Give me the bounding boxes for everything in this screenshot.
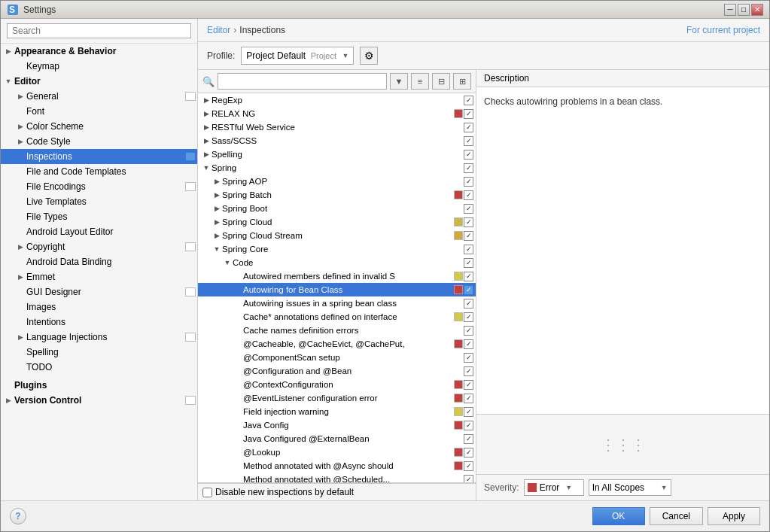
sidebar-item-emmet[interactable]: ▶ Emmet: [1, 269, 197, 284]
ins-cacheable[interactable]: @Cacheable, @CacheEvict, @CachePut,: [198, 337, 476, 351]
ins-spring-aop[interactable]: ▶ Spring AOP: [198, 175, 476, 188]
ins-checkbox[interactable]: [464, 461, 473, 471]
ins-checkbox[interactable]: [464, 475, 473, 484]
ins-checkbox[interactable]: [464, 163, 473, 173]
sidebar-item-file-encodings[interactable]: File Encodings: [1, 179, 197, 194]
ins-checkbox[interactable]: [464, 448, 473, 458]
ins-checkbox[interactable]: [464, 231, 473, 241]
ins-spring-cloud[interactable]: ▶ Spring Cloud: [198, 215, 476, 229]
sidebar-item-keymap[interactable]: Keymap: [1, 59, 197, 74]
ins-restful[interactable]: ▶ RESTful Web Service: [198, 120, 476, 134]
sidebar-item-editor[interactable]: ▼ Editor: [1, 74, 197, 89]
ins-java-configured[interactable]: Java Configured @ExternalBean: [198, 432, 476, 445]
ins-spring-boot[interactable]: ▶ Spring Boot: [198, 202, 476, 215]
sidebar-search-input[interactable]: [7, 23, 191, 38]
filter-button[interactable]: ▼: [390, 73, 408, 90]
sidebar-item-file-templates[interactable]: File and Code Templates: [1, 164, 197, 179]
close-button[interactable]: ✕: [751, 4, 763, 16]
apply-button[interactable]: Apply: [708, 507, 760, 525]
ins-checkbox[interactable]: [464, 272, 473, 281]
profile-dropdown[interactable]: Project Default Project ▼: [241, 47, 354, 65]
ins-checkbox[interactable]: [464, 380, 473, 390]
sidebar-item-android-databinding[interactable]: Android Data Binding: [1, 254, 197, 269]
ins-checkbox[interactable]: [464, 177, 473, 187]
expand-all-button[interactable]: ≡: [411, 73, 429, 90]
ins-checkbox[interactable]: [464, 421, 473, 430]
ins-lookup[interactable]: @Lookup: [198, 445, 476, 459]
ins-spring-core[interactable]: ▼ Spring Core: [198, 242, 476, 256]
breadcrumb-editor[interactable]: Editor: [207, 25, 230, 35]
sidebar-item-spelling[interactable]: Spelling: [1, 345, 197, 360]
ins-field-injection[interactable]: Field injection warning: [198, 405, 476, 418]
sidebar-item-intentions[interactable]: Intentions: [1, 315, 197, 330]
ins-eventlistener[interactable]: @EventListener configuration error: [198, 391, 476, 405]
ins-relaxng[interactable]: ▶ RELAX NG: [198, 107, 476, 120]
sidebar-item-images[interactable]: Images: [1, 299, 197, 315]
ins-checkbox[interactable]: [464, 245, 473, 254]
ins-checkbox[interactable]: [464, 204, 473, 214]
sidebar-item-code-style[interactable]: ▶ Code Style: [1, 134, 197, 149]
group-button[interactable]: ⊞: [453, 73, 471, 90]
scope-dropdown[interactable]: In All Scopes ▼: [589, 479, 671, 496]
ins-method-async[interactable]: Method annotated with @Async should: [198, 459, 476, 473]
sidebar-item-live-templates[interactable]: Live Templates: [1, 194, 197, 209]
ins-checkbox[interactable]: [464, 123, 473, 132]
sidebar-item-version-control[interactable]: ▶ Version Control: [1, 393, 197, 408]
disable-new-inspections-checkbox[interactable]: [202, 488, 212, 497]
ins-checkbox[interactable]: [464, 150, 473, 160]
ins-componentscan[interactable]: @ComponentScan setup: [198, 351, 476, 364]
ins-checkbox[interactable]: [464, 109, 473, 119]
ins-checkbox[interactable]: [464, 394, 473, 403]
ins-checkbox[interactable]: [464, 312, 473, 322]
collapse-all-button[interactable]: ⊟: [432, 73, 450, 90]
ins-checkbox[interactable]: [464, 285, 473, 295]
cancel-button[interactable]: Cancel: [650, 507, 703, 525]
ins-code[interactable]: ▼ Code: [198, 256, 476, 269]
ins-checkbox[interactable]: [464, 217, 473, 227]
ins-spelling[interactable]: ▶ Spelling: [198, 147, 476, 161]
ins-checkbox[interactable]: [464, 136, 473, 146]
ins-checkbox[interactable]: [464, 258, 473, 268]
ins-configuration-bean[interactable]: @Configuration and @Bean: [198, 364, 476, 378]
ins-checkbox[interactable]: [464, 190, 473, 200]
ins-java-config[interactable]: Java Config: [198, 418, 476, 432]
ins-regexp[interactable]: ▶ RegExp: [198, 93, 476, 107]
ins-cache-names[interactable]: Cache names definition errors: [198, 324, 476, 337]
sidebar-item-gui-designer[interactable]: GUI Designer: [1, 284, 197, 299]
ins-spring-batch[interactable]: ▶ Spring Batch: [198, 188, 476, 202]
ins-autowiring-bean[interactable]: Autowiring for Bean Class: [198, 283, 476, 296]
sidebar-item-android-layout[interactable]: Android Layout Editor: [1, 224, 197, 239]
help-button[interactable]: ?: [10, 508, 26, 524]
sidebar-item-file-types[interactable]: File Types: [1, 209, 197, 224]
ins-checkbox[interactable]: [464, 299, 473, 309]
ins-checkbox[interactable]: [464, 326, 473, 336]
ins-checkbox[interactable]: [464, 366, 473, 376]
ins-cache-annotations[interactable]: Cache* annotations defined on interface: [198, 310, 476, 324]
ins-checkbox[interactable]: [464, 339, 473, 349]
ins-checkbox[interactable]: [464, 96, 473, 105]
ins-autowiring-issues[interactable]: Autowiring issues in a spring bean class: [198, 296, 476, 310]
sidebar-item-font[interactable]: Font: [1, 104, 197, 119]
minimize-button[interactable]: ─: [724, 4, 736, 16]
ins-checkbox[interactable]: [464, 353, 473, 363]
ins-sass[interactable]: ▶ Sass/SCSS: [198, 134, 476, 147]
sidebar-item-inspections[interactable]: Inspections: [1, 149, 197, 164]
sidebar-item-language-injections[interactable]: ▶ Language Injections: [1, 330, 197, 345]
maximize-button[interactable]: □: [738, 4, 750, 16]
sidebar-item-copyright[interactable]: ▶ Copyright: [1, 239, 197, 254]
sidebar-item-general[interactable]: ▶ General: [1, 89, 197, 104]
ins-checkbox[interactable]: [464, 434, 473, 444]
ins-spring-cloud-stream[interactable]: ▶ Spring Cloud Stream: [198, 229, 476, 242]
ins-autowired-invalid[interactable]: Autowired members defined in invalid S: [198, 269, 476, 283]
sidebar-item-todo[interactable]: TODO: [1, 360, 197, 375]
ins-method-scheduled[interactable]: Method annotated with @Scheduled...: [198, 473, 476, 483]
ins-checkbox[interactable]: [464, 407, 473, 417]
ins-contextconfiguration[interactable]: @ContextConfiguration: [198, 378, 476, 391]
for-current-project-link[interactable]: For current project: [686, 25, 760, 35]
inspections-search-input[interactable]: [218, 73, 387, 90]
ins-spring[interactable]: ▼ Spring: [198, 161, 476, 175]
ok-button[interactable]: OK: [592, 507, 645, 525]
sidebar-item-plugins[interactable]: Plugins: [1, 378, 197, 393]
sidebar-item-appearance[interactable]: ▶ Appearance & Behavior: [1, 44, 197, 59]
severity-dropdown[interactable]: Error ▼: [524, 479, 584, 496]
